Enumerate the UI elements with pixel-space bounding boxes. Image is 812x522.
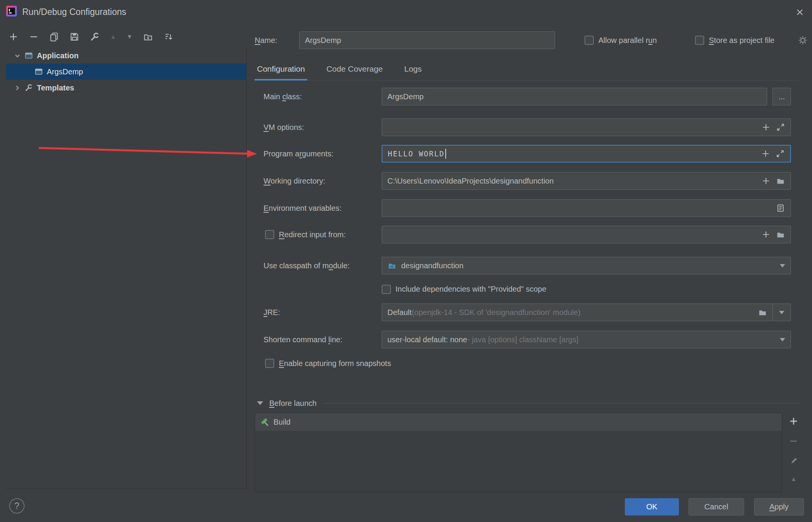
add-icon[interactable] <box>761 149 770 158</box>
working-directory-input[interactable] <box>387 177 758 185</box>
move-up-icon[interactable]: ▲ <box>110 34 116 40</box>
close-icon[interactable]: × <box>796 3 804 21</box>
main-class-browse-button[interactable]: ... <box>772 88 791 105</box>
chevron-right-icon[interactable] <box>13 84 21 92</box>
shorten-value-secondary: - java [options] className [args] <box>467 335 578 344</box>
folder-icon[interactable] <box>776 176 785 185</box>
tree-item-label: Templates <box>37 84 74 92</box>
gear-icon[interactable] <box>798 35 808 45</box>
allow-parallel-run-checkbox[interactable] <box>585 36 594 45</box>
new-folder-icon[interactable] <box>143 32 153 42</box>
add-icon[interactable] <box>761 230 771 239</box>
remove-icon[interactable] <box>29 32 39 42</box>
expand-icon[interactable] <box>776 123 785 132</box>
main-class-label: Main class: <box>264 88 302 105</box>
redirect-input-input[interactable] <box>387 230 758 239</box>
environment-variables-field[interactable] <box>382 199 791 217</box>
add-icon[interactable] <box>789 416 799 426</box>
vm-options-input[interactable] <box>387 123 758 132</box>
tab-logs[interactable]: Logs <box>402 59 424 80</box>
working-directory-field[interactable] <box>382 172 791 190</box>
include-provided-checkbox[interactable] <box>382 285 391 294</box>
dialog-title: Run/Debug Configurations <box>22 0 126 24</box>
tree-item-label: ArgsDemp <box>47 67 83 76</box>
main-class-field[interactable] <box>382 88 767 105</box>
before-launch-item-build[interactable]: Build <box>255 413 782 431</box>
tab-configuration[interactable]: Configuration <box>255 59 307 80</box>
apply-button[interactable]: Apply <box>754 498 804 515</box>
tab-code-coverage[interactable]: Code Coverage <box>324 59 385 80</box>
configurations-toolbar: ▲ ▼ <box>8 31 173 42</box>
chevron-down-icon <box>780 264 785 268</box>
tree-item-application[interactable]: Application <box>6 48 246 64</box>
jre-dropdown-button[interactable] <box>772 304 791 321</box>
jre-dropdown[interactable]: Default (openjdk-14 - SDK of 'designandf… <box>382 304 791 321</box>
vm-options-label: VM options: <box>264 118 304 136</box>
redirect-input-field[interactable] <box>382 226 791 243</box>
tree-item-templates[interactable]: Templates <box>6 80 246 96</box>
ok-button[interactable]: OK <box>625 498 679 515</box>
program-arguments-value: HELLO WORLD <box>388 149 445 158</box>
title-bar: Run/Debug Configurations × <box>0 0 812 24</box>
run-debug-configurations-dialog: Run/Debug Configurations × ▲ ▼ Applicati… <box>0 0 812 522</box>
shorten-command-line-label: Shorten command line: <box>264 331 343 348</box>
jre-label: JRE: <box>264 304 280 321</box>
jre-value: Default <box>387 308 412 317</box>
application-icon <box>35 67 43 76</box>
include-provided-label: Include dependencies with "Provided" sco… <box>395 280 546 298</box>
use-classpath-dropdown[interactable]: designandfunction <box>382 257 791 274</box>
wrench-icon <box>25 84 33 92</box>
redirect-input-label: Redirect input from: <box>279 226 346 243</box>
name-input[interactable] <box>305 36 549 45</box>
tree-item-argsdemp[interactable]: ArgsDemp <box>6 64 246 80</box>
shorten-value: user-local default: none <box>387 335 467 344</box>
edit-pencil-icon[interactable] <box>789 456 799 466</box>
collapse-triangle-icon[interactable] <box>257 401 263 405</box>
ellipsis-icon: ... <box>779 92 785 101</box>
config-tabs: Configuration Code Coverage Logs <box>255 59 800 80</box>
tree-item-label: Application <box>37 51 79 60</box>
add-icon[interactable] <box>761 123 771 132</box>
move-up-icon[interactable]: ▲ <box>791 476 797 482</box>
use-classpath-label: Use classpath of module: <box>264 257 350 274</box>
program-arguments-field[interactable]: HELLO WORLD <box>382 145 791 163</box>
move-down-icon[interactable]: ▼ <box>127 34 133 40</box>
environment-variables-label: Environment variables: <box>264 199 341 217</box>
folder-icon[interactable] <box>776 230 785 239</box>
use-classpath-value: designandfunction <box>401 261 463 270</box>
chevron-down-icon <box>779 311 784 314</box>
working-directory-label: Working directory: <box>264 172 325 190</box>
save-icon[interactable] <box>69 32 79 42</box>
name-field[interactable] <box>299 31 555 49</box>
main-class-input[interactable] <box>387 92 761 101</box>
name-label: Name: <box>255 31 277 49</box>
configurations-tree: Application ArgsDemp Templates <box>6 47 247 489</box>
add-icon[interactable] <box>761 176 771 185</box>
folder-icon[interactable] <box>758 308 767 317</box>
chevron-down-icon[interactable] <box>13 51 21 60</box>
text-cursor <box>445 149 446 159</box>
enable-snapshots-checkbox[interactable] <box>265 359 274 368</box>
sort-alphabetically-icon[interactable] <box>163 32 173 42</box>
browse-variables-icon[interactable] <box>776 204 785 213</box>
redirect-input-checkbox[interactable] <box>265 230 274 239</box>
before-launch-title: Before launch <box>269 399 316 408</box>
store-as-project-file-checkbox[interactable] <box>695 36 704 45</box>
intellij-logo-icon <box>6 6 17 16</box>
program-arguments-label: Program arguments: <box>264 145 333 163</box>
expand-icon[interactable] <box>776 149 785 158</box>
add-icon[interactable] <box>8 32 18 42</box>
help-button[interactable]: ? <box>9 498 25 514</box>
cancel-button[interactable]: Cancel <box>688 498 744 515</box>
divider <box>323 403 800 404</box>
hammer-icon <box>260 417 270 427</box>
help-question-mark: ? <box>15 501 20 511</box>
environment-variables-input[interactable] <box>387 204 772 213</box>
enable-snapshots-label: Enable capturing form snapshots <box>279 355 391 372</box>
copy-icon[interactable] <box>49 32 59 42</box>
remove-icon[interactable] <box>789 436 799 446</box>
shorten-command-line-dropdown[interactable]: user-local default: none - java [options… <box>382 331 791 348</box>
edit-templates-icon[interactable] <box>90 32 100 42</box>
before-launch-item-label: Build <box>273 418 290 427</box>
vm-options-field[interactable] <box>382 118 791 136</box>
